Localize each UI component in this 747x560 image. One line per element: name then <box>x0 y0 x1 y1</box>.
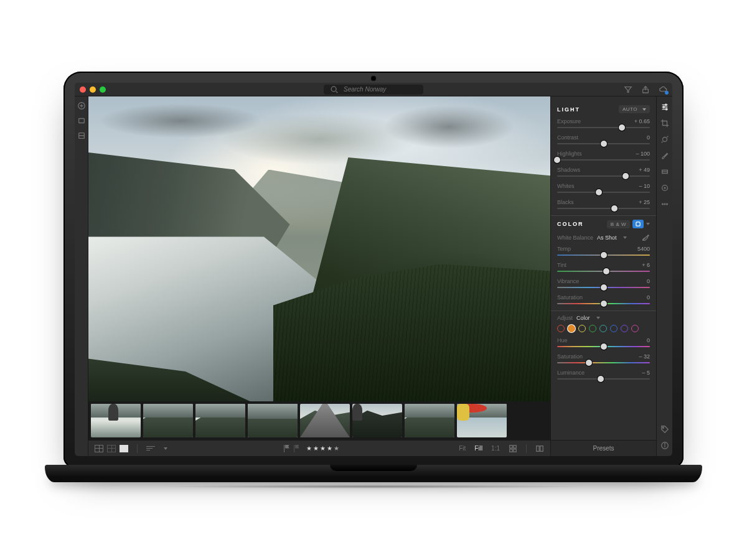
swatch-6[interactable] <box>621 325 628 332</box>
adjust-row[interactable]: Adjust Color <box>557 315 650 321</box>
zoom-fill[interactable]: Fill <box>472 445 485 452</box>
zoom-fit[interactable]: Fit <box>456 445 468 452</box>
search-field[interactable] <box>324 85 423 95</box>
close-window[interactable] <box>80 86 86 93</box>
presets-button[interactable]: Presets <box>551 440 656 456</box>
window-controls <box>80 86 106 93</box>
compare-icon[interactable] <box>535 444 544 453</box>
auto-button[interactable]: AUTO <box>619 105 650 113</box>
thumbnail-2[interactable] <box>195 404 245 437</box>
color-section-caret[interactable] <box>646 223 650 225</box>
svg-point-28 <box>662 203 663 205</box>
laptop-deck <box>45 465 702 482</box>
flag-pick-icon[interactable] <box>284 445 290 452</box>
light-section-header[interactable]: LIGHT AUTO <box>557 105 650 113</box>
zoom-11[interactable]: 1:1 <box>489 445 502 452</box>
color-swatches[interactable] <box>557 325 650 332</box>
star-4[interactable]: ★ <box>327 445 334 452</box>
sort-menu-caret[interactable] <box>164 447 167 450</box>
slider-vibrance[interactable]: Vibrance0 <box>557 278 650 289</box>
thumbnail-0[interactable] <box>91 404 141 437</box>
svg-rect-12 <box>510 449 512 451</box>
wb-caret[interactable] <box>623 236 627 239</box>
single-view-icon[interactable] <box>120 445 128 452</box>
rating-stars[interactable]: ★★★★★ <box>306 445 341 452</box>
swatch-4[interactable] <box>599 325 607 332</box>
zoom-grid-icon[interactable] <box>509 444 517 453</box>
thumbnail-7[interactable] <box>457 404 507 437</box>
color-profile-button[interactable] <box>632 220 644 228</box>
bottom-toolbar: ★★★★★ FitFill1:1 <box>88 440 550 456</box>
search-input[interactable] <box>342 85 417 93</box>
white-balance-row[interactable]: White Balance As Shot <box>557 233 650 242</box>
minimize-panel-icon[interactable] <box>77 131 86 140</box>
maximize-window[interactable] <box>100 86 106 93</box>
slider-shadows[interactable]: Shadows+ 49 <box>557 167 650 178</box>
grid-view-small-icon[interactable] <box>107 445 116 452</box>
wb-value[interactable]: As Shot <box>597 235 617 241</box>
grid-view-icon[interactable] <box>95 445 103 452</box>
eyedropper-icon[interactable] <box>641 233 650 242</box>
left-rail <box>75 96 88 456</box>
swatch-1[interactable] <box>568 325 575 332</box>
wb-label: White Balance <box>557 235 593 241</box>
brush-icon[interactable] <box>660 151 669 160</box>
adjust-value[interactable]: Color <box>576 315 590 321</box>
swatch-0[interactable] <box>557 325 565 332</box>
filmstrip[interactable] <box>88 401 550 440</box>
thumbnail-4[interactable] <box>300 404 350 437</box>
thumbnail-5[interactable] <box>352 404 402 437</box>
slider-blacks[interactable]: Blacks+ 25 <box>557 199 650 210</box>
flag-reject-icon[interactable] <box>294 445 300 452</box>
cloud-sync-icon[interactable] <box>659 85 667 94</box>
titlebar <box>75 83 672 96</box>
slider-luminance[interactable]: Luminance– 5 <box>557 370 650 381</box>
swatch-5[interactable] <box>610 325 618 332</box>
add-photos-icon[interactable] <box>77 101 86 110</box>
color-section-header[interactable]: COLOR B & W <box>557 220 650 228</box>
view-switcher[interactable] <box>95 445 128 452</box>
slider-saturation[interactable]: Saturation0 <box>557 294 650 306</box>
svg-line-1 <box>336 91 338 93</box>
minimize-window[interactable] <box>90 86 96 93</box>
crop-icon[interactable] <box>660 119 669 128</box>
radial-gradient-icon[interactable] <box>660 184 669 192</box>
filter-icon[interactable] <box>624 85 632 94</box>
image-canvas[interactable] <box>88 96 550 401</box>
slider-tint[interactable]: Tint+ 6 <box>557 262 650 273</box>
svg-point-23 <box>662 138 667 142</box>
edit-sliders-icon[interactable] <box>660 103 669 111</box>
star-1[interactable]: ★ <box>306 445 313 452</box>
svg-rect-7 <box>78 119 84 123</box>
slider-saturation[interactable]: Saturation– 32 <box>557 353 650 365</box>
star-3[interactable]: ★ <box>320 445 327 452</box>
swatch-3[interactable] <box>589 325 596 332</box>
thumbnail-6[interactable] <box>405 404 454 437</box>
slider-exposure[interactable]: Exposure+ 0.65 <box>557 118 650 129</box>
linear-gradient-icon[interactable] <box>660 167 669 176</box>
healing-brush-icon[interactable] <box>660 135 669 144</box>
slider-whites[interactable]: Whites– 10 <box>557 183 650 194</box>
info-icon[interactable] <box>660 441 669 450</box>
thumbnail-1[interactable] <box>143 404 193 437</box>
swatch-7[interactable] <box>631 325 639 332</box>
thumbnail-3[interactable] <box>248 404 298 437</box>
slider-contrast[interactable]: Contrast0 <box>557 134 650 146</box>
slider-highlights[interactable]: Highlights– 100 <box>557 151 650 162</box>
tag-icon[interactable] <box>660 425 669 434</box>
star-5[interactable]: ★ <box>334 445 341 452</box>
star-2[interactable]: ★ <box>313 445 320 452</box>
share-icon[interactable] <box>641 85 650 94</box>
sort-icon[interactable] <box>146 446 155 450</box>
slider-hue[interactable]: Hue0 <box>557 337 650 348</box>
center-column: ★★★★★ FitFill1:1 <box>88 96 550 456</box>
more-icon[interactable] <box>660 200 669 208</box>
adjust-caret[interactable] <box>596 317 600 319</box>
svg-rect-15 <box>540 446 543 451</box>
slider-temp[interactable]: Temp5400 <box>557 246 650 257</box>
bw-toggle[interactable]: B & W <box>607 220 630 228</box>
zoom-options[interactable]: FitFill1:1 <box>456 445 502 452</box>
swatch-2[interactable] <box>578 325 586 332</box>
my-photos-icon[interactable] <box>77 116 86 125</box>
laptop-mockup: ★★★★★ FitFill1:1 <box>63 72 684 488</box>
